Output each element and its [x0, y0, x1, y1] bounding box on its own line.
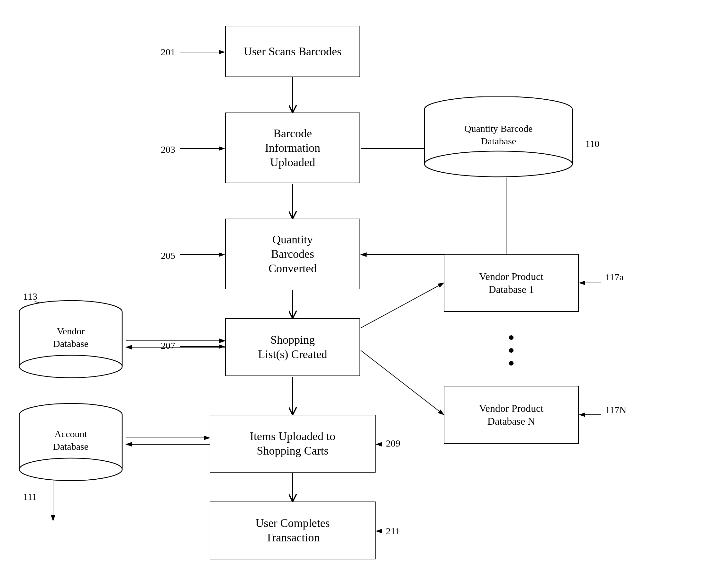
qty-barcodes-box: QuantityBarcodesConverted	[225, 219, 360, 289]
ref-117a: 117a	[605, 272, 623, 283]
barcode-info-label: BarcodeInformationUploaded	[265, 126, 320, 170]
diagram-container: User Scans Barcodes BarcodeInformationUp…	[0, 0, 710, 588]
svg-point-32	[424, 151, 572, 177]
qty-barcode-db-label: Quantity BarcodeDatabase	[418, 122, 579, 147]
ref-211: 211	[386, 525, 400, 537]
vendor-product-dbN-label: Vendor ProductDatabase N	[479, 402, 543, 427]
account-db-label: AccountDatabase	[13, 427, 128, 452]
user-completes-label: User CompletesTransaction	[256, 516, 330, 545]
vendor-product-db1-box: Vendor ProductDatabase 1	[444, 254, 579, 312]
svg-line-15	[361, 283, 444, 328]
ref-209: 209	[386, 438, 400, 449]
user-scans-label: User Scans Barcodes	[244, 44, 341, 59]
shopping-list-label: ShoppingList(s) Created	[258, 333, 327, 362]
items-uploaded-label: Items Uploaded toShopping Carts	[250, 429, 335, 458]
ref-205: 205	[161, 250, 175, 261]
user-completes-box: User CompletesTransaction	[210, 501, 376, 559]
svg-point-27	[509, 361, 514, 366]
qty-barcodes-label: QuantityBarcodesConverted	[268, 232, 317, 276]
ref-207: 207	[161, 340, 175, 351]
svg-point-42	[19, 458, 122, 481]
shopping-list-box: ShoppingList(s) Created	[225, 318, 360, 376]
svg-point-26	[509, 348, 514, 353]
svg-point-37	[19, 355, 122, 378]
ref-203: 203	[161, 144, 175, 155]
vendor-product-dbN-box: Vendor ProductDatabase N	[444, 386, 579, 444]
svg-line-16	[361, 350, 444, 415]
account-db: AccountDatabase	[13, 402, 128, 486]
items-uploaded-box: Items Uploaded toShopping Carts	[210, 415, 376, 472]
arrows-svg	[0, 0, 710, 588]
ref-111: 111	[23, 491, 37, 502]
qty-barcode-db: Quantity BarcodeDatabase	[418, 96, 579, 180]
vendor-db-label: VendorDatabase	[13, 325, 128, 350]
vendor-db: VendorDatabase	[13, 299, 128, 383]
svg-point-25	[509, 335, 514, 340]
ref-110: 110	[585, 138, 599, 149]
vendor-product-db1-label: Vendor ProductDatabase 1	[479, 270, 543, 296]
ref-201: 201	[161, 47, 175, 57]
ref-117N: 117N	[605, 405, 626, 415]
ref-113: 113	[23, 291, 37, 302]
barcode-info-box: BarcodeInformationUploaded	[225, 113, 360, 183]
user-scans-box: User Scans Barcodes	[225, 26, 360, 77]
